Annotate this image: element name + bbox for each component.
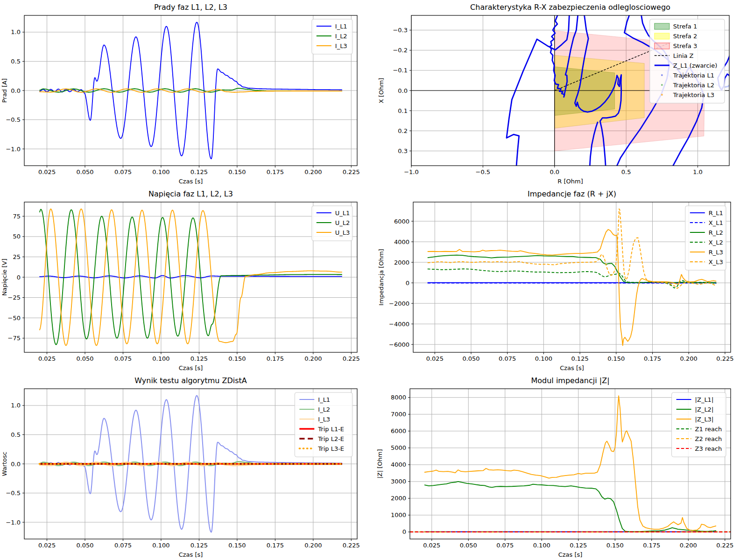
legend: I_L1I_L2I_L3Trip L1-ETrip L2-ETrip L3-E (295, 392, 352, 457)
legend-label: Strefa 2 (673, 33, 697, 40)
y-tick-label: 8000 (391, 394, 406, 401)
y-tick-label: −0.3 (393, 27, 408, 34)
y-tick-label: −4000 (389, 321, 409, 328)
legend-label: |Z_L1| (695, 396, 714, 403)
legend: U_L1U_L2U_L3 (312, 206, 352, 241)
legend-label: X_L2 (709, 239, 723, 246)
y-axis-label: Napięcie [V] (1, 259, 8, 295)
y-tick-label: −1.0 (6, 146, 21, 153)
y-tick-label: 3000 (391, 478, 406, 485)
y-tick-label: 7000 (391, 411, 406, 418)
legend-label: U_L1 (335, 210, 350, 217)
figure-protection-analysis: 0.0250.0500.0750.1000.1250.1500.1750.200… (0, 0, 747, 560)
legend-label: I_L3 (318, 416, 330, 423)
legend-label: Z1 reach (695, 426, 722, 433)
y-tick-label: 0.0 (398, 87, 408, 94)
y-axis-label: Prad [A] (1, 78, 8, 103)
x-tick-label: 0.175 (643, 542, 660, 549)
x-tick-label: 0.175 (267, 542, 284, 549)
x-tick-label: 0.125 (190, 542, 208, 549)
cell-napiecia: 0.0250.0500.0750.1000.1250.1500.1750.200… (0, 187, 374, 373)
x-tick-label: 0.100 (152, 168, 169, 175)
legend-label: I_L3 (335, 42, 347, 49)
x-tick-label: 0.225 (716, 542, 733, 549)
legend-marker-Trajektoria L2 (661, 84, 663, 86)
y-tick-label: 2000 (391, 495, 406, 502)
subplot-currents: 0.0250.0500.0750.1000.1250.1500.1750.200… (0, 0, 374, 187)
y-tick-label: 0.0 (11, 87, 21, 94)
y-axis-label: Wartosc (1, 452, 8, 476)
x-tick-label: 0.225 (716, 355, 733, 362)
cell-prady: 0.0250.0500.0750.1000.1250.1500.1750.200… (0, 0, 374, 187)
x-tick-label: 0.075 (114, 355, 132, 362)
legend: I_L1I_L2I_L3 (312, 19, 352, 54)
x-tick-label: 0.0 (550, 168, 559, 175)
legend-label: Trajektoria L1 (673, 72, 714, 79)
x-tick-label: 0.150 (228, 355, 246, 362)
y-tick-label: 1.0 (11, 28, 21, 35)
x-tick-label: −0.5 (476, 168, 491, 175)
y-tick-label: 0.1 (398, 107, 408, 114)
x-tick-label: 0.200 (304, 168, 322, 175)
plot-title: Wynik testu algorytmu ZDistA (134, 376, 247, 385)
x-axis-label: Czas [s] (179, 551, 203, 558)
legend-label: Trajektoria L3 (673, 91, 714, 98)
x-tick-label: 1.0 (693, 168, 703, 175)
x-tick-label: 0.100 (533, 542, 550, 549)
y-tick-label: 6000 (391, 427, 406, 434)
legend-label: U_L2 (335, 219, 350, 226)
legend-label: Z3 reach (695, 445, 722, 452)
y-tick-label: 0.3 (398, 147, 408, 154)
legend-label: Linia Z (673, 52, 694, 59)
y-axis-label: |Z| [Ohm] (376, 449, 383, 478)
plot-title: Impedancje faz (R + jX) (528, 189, 616, 198)
y-tick-label: −0.5 (6, 490, 21, 497)
x-tick-label: −1.0 (404, 168, 419, 175)
x-tick-label: 0.125 (190, 355, 208, 362)
legend-label: I_L2 (335, 33, 347, 40)
y-tick-label: 4000 (391, 461, 406, 468)
legend: R_L1X_L1R_L2X_L2R_L3X_L3 (685, 206, 726, 270)
y-axis-label: X [Ohm] (378, 78, 385, 103)
plot-title: Modul impedancji |Z| (531, 376, 609, 385)
x-axis-label: Czas [s] (558, 551, 583, 558)
legend-label: I_L1 (335, 23, 347, 30)
legend-label: I_L2 (318, 406, 330, 413)
legend-label: Strefa 3 (673, 42, 697, 49)
x-tick-label: 0.125 (570, 542, 587, 549)
x-tick-label: 0.150 (228, 542, 246, 549)
y-tick-label: 5000 (391, 444, 406, 451)
x-tick-label: 0.025 (38, 168, 56, 175)
x-tick-label: 0.050 (76, 168, 93, 175)
legend-label: Z_L1 (zwarcie) (673, 62, 717, 69)
x-tick-label: 0.050 (76, 542, 93, 549)
x-tick-label: 0.075 (114, 542, 132, 549)
x-tick-label: 0.025 (423, 542, 440, 549)
y-tick-label: 25 (13, 253, 21, 260)
legend-label: Trip L3-E (317, 445, 344, 452)
x-tick-label: 0.5 (621, 168, 631, 175)
x-tick-label: 0.175 (644, 355, 661, 362)
subplot-zdist-test: 0.0250.0500.0750.1000.1250.1500.1750.200… (0, 373, 374, 560)
x-axis-label: Czas [s] (179, 364, 203, 371)
y-tick-label: −25 (8, 294, 21, 301)
x-axis-label: Czas [s] (560, 364, 584, 371)
y-tick-label: −6000 (389, 341, 409, 348)
x-tick-label: 0.150 (607, 355, 625, 362)
legend-swatch-Strefa 2 (655, 33, 669, 39)
x-tick-label: 0.025 (38, 542, 56, 549)
x-tick-label: 0.225 (343, 355, 360, 362)
y-tick-label: 0.5 (11, 58, 21, 65)
x-tick-label: 0.175 (267, 168, 284, 175)
legend-label: Z2 reach (695, 435, 722, 442)
legend-label: I_L1 (318, 396, 330, 403)
legend-marker-Trajektoria L3 (661, 94, 663, 96)
cell-zdista: 0.0250.0500.0750.1000.1250.1500.1750.200… (0, 373, 374, 560)
x-tick-label: 0.100 (152, 355, 169, 362)
y-tick-label: 0 (406, 280, 409, 287)
subplot-impedances: 0.0250.0500.0750.1000.1250.1500.1750.200… (374, 187, 747, 373)
legend-swatch-Strefa 1 (655, 23, 669, 29)
legend-label: Trip L2-E (317, 435, 344, 442)
y-tick-label: 50 (13, 233, 21, 240)
x-tick-label: 0.025 (38, 355, 56, 362)
